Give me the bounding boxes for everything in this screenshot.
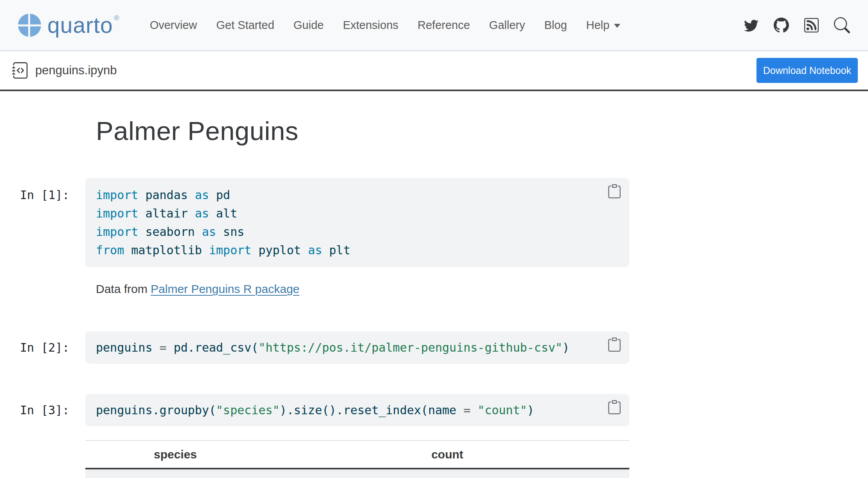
- page-title: Palmer Penguins: [96, 116, 299, 146]
- notebook-file: penguins.ipynb: [12, 62, 117, 79]
- clipboard-icon: [607, 338, 621, 352]
- journal-code-icon: [12, 62, 29, 79]
- cell-execution-label: In [2]:: [20, 338, 69, 357]
- github-link[interactable]: [774, 18, 789, 33]
- column-header-species: species: [85, 440, 265, 469]
- github-icon: [774, 18, 789, 33]
- code-content: penguins.groupby("species").size().reset…: [96, 401, 606, 419]
- nav-item-blog[interactable]: Blog: [544, 19, 567, 32]
- table-row: [85, 469, 629, 478]
- table-cell: [265, 469, 629, 478]
- copy-code-button[interactable]: [607, 184, 621, 198]
- quarto-logo-icon: [17, 13, 42, 38]
- table-cell: [85, 469, 265, 478]
- nav-item-guide[interactable]: Guide: [294, 19, 324, 32]
- code-content: penguins = pd.read_csv("https://pos.it/p…: [96, 338, 606, 357]
- search-icon: [834, 17, 850, 33]
- brand-text: quarto: [47, 13, 113, 38]
- top-navbar: quarto ® OverviewGet StartedGuideExtensi…: [0, 0, 868, 51]
- data-source-paragraph: Data from Palmer Penguins R package: [96, 282, 299, 296]
- nav-links: OverviewGet StartedGuideExtensionsRefere…: [150, 19, 621, 32]
- species-count-table: speciescount: [85, 440, 629, 478]
- download-notebook-button[interactable]: Download Notebook: [756, 58, 858, 83]
- table-header-row: speciescount: [85, 440, 629, 469]
- code-block: penguins.groupby("species").size().reset…: [85, 394, 629, 426]
- code-block: import pandas as pdimport altair as alti…: [85, 178, 629, 267]
- nav-item-overview[interactable]: Overview: [150, 19, 197, 32]
- twitter-link[interactable]: [744, 18, 758, 32]
- clipboard-icon: [607, 184, 621, 198]
- nav-item-get-started[interactable]: Get Started: [216, 19, 274, 32]
- palmer-penguins-package-link[interactable]: Palmer Penguins R package: [151, 282, 299, 295]
- cell-execution-label: In [1]:: [20, 186, 69, 204]
- code-content: import pandas as pdimport altair as alti…: [96, 186, 606, 259]
- clipboard-icon: [607, 400, 621, 414]
- copy-code-button[interactable]: [607, 338, 621, 352]
- notebook-filename: penguins.ipynb: [35, 63, 117, 77]
- code-block: penguins = pd.read_csv("https://pos.it/p…: [85, 331, 629, 364]
- chevron-down-icon: [614, 24, 620, 28]
- nav-item-extensions[interactable]: Extensions: [343, 19, 398, 32]
- nav-item-help[interactable]: Help: [586, 19, 621, 32]
- rss-link[interactable]: [804, 18, 819, 32]
- quarto-brand-link[interactable]: quarto ®: [17, 13, 119, 38]
- rss-icon: [804, 18, 819, 32]
- brand-trademark: ®: [114, 14, 119, 22]
- column-header-count: count: [265, 440, 629, 469]
- nav-social-icons: [744, 17, 850, 33]
- search-link[interactable]: [834, 17, 850, 33]
- nav-item-gallery[interactable]: Gallery: [489, 19, 525, 32]
- cell-execution-label: In [3]:: [20, 401, 69, 419]
- paragraph-text: Data from: [96, 282, 151, 295]
- copy-code-button[interactable]: [607, 400, 621, 414]
- twitter-icon: [744, 18, 758, 32]
- nav-item-reference[interactable]: Reference: [418, 19, 470, 32]
- notebook-header-bar: penguins.ipynb Download Notebook: [0, 51, 868, 91]
